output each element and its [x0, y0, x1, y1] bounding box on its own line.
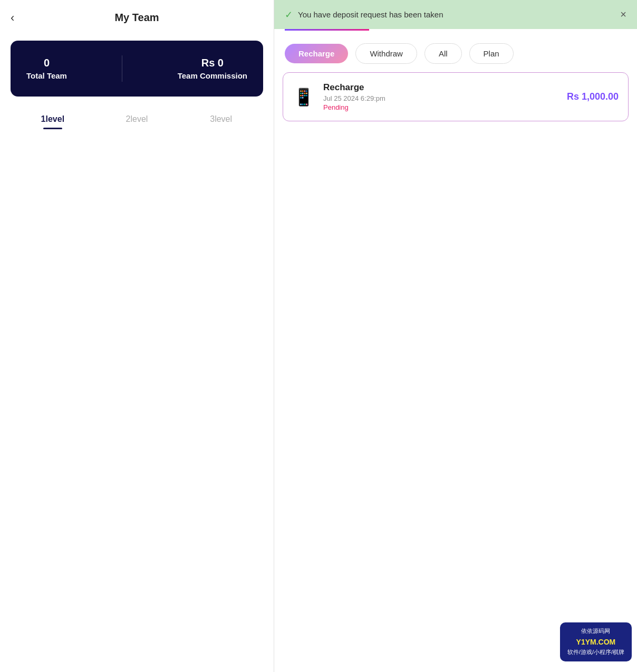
filter-tab-withdraw[interactable]: Withdraw: [355, 43, 417, 64]
right-panel: ✓ You have deposit request has been take…: [274, 0, 637, 672]
stat-divider: [122, 55, 122, 82]
filter-tab-all[interactable]: All: [424, 43, 462, 64]
team-commission-stat: Rs 0 Team Commission: [178, 57, 247, 80]
watermark-line3: 软件/游戏/小程序/棋牌: [567, 648, 624, 657]
tab-2level[interactable]: 2level: [95, 107, 179, 129]
watermark: 依依源码网 Y1YM.COM 软件/游戏/小程序/棋牌: [560, 622, 632, 661]
commission-value: Rs 0: [201, 57, 224, 69]
transaction-status: Pending: [323, 103, 558, 111]
transaction-list: 📱 Recharge Jul 25 2024 6:29:pm Pending R…: [274, 72, 637, 121]
toast-close-button[interactable]: ×: [620, 8, 626, 21]
back-button[interactable]: ‹: [11, 11, 14, 25]
total-team-stat: 0 Total Team: [26, 57, 67, 80]
filter-tab-recharge[interactable]: Recharge: [285, 44, 348, 63]
transaction-title: Recharge: [323, 82, 558, 93]
stats-card: 0 Total Team Rs 0 Team Commission: [11, 41, 263, 97]
watermark-line1: 依依源码网: [567, 627, 624, 636]
page-title: My Team: [11, 12, 263, 24]
phone-icon: 📱: [293, 86, 315, 108]
transaction-amount: Rs 1,000.00: [567, 91, 619, 102]
filter-tabs: Recharge Withdraw All Plan: [274, 33, 637, 72]
check-icon: ✓: [285, 9, 293, 21]
tab-1level[interactable]: 1level: [11, 107, 95, 129]
transaction-date: Jul 25 2024 6:29:pm: [323, 94, 558, 102]
table-row: 📱 Recharge Jul 25 2024 6:29:pm Pending R…: [283, 72, 629, 121]
tab-3level[interactable]: 3level: [179, 107, 263, 129]
transaction-info: Recharge Jul 25 2024 6:29:pm Pending: [323, 82, 558, 111]
commission-label: Team Commission: [178, 71, 247, 80]
total-team-label: Total Team: [26, 71, 67, 80]
toast-banner: ✓ You have deposit request has been take…: [274, 0, 637, 29]
total-team-value: 0: [44, 57, 50, 69]
level-tabs: 1level 2level 3level: [0, 107, 274, 129]
back-icon: ‹: [11, 11, 14, 24]
toast-underline: [285, 29, 369, 31]
watermark-site: Y1YM.COM: [567, 636, 624, 648]
left-panel: ‹ My Team 0 Total Team Rs 0 Team Commiss…: [0, 0, 274, 672]
left-header: ‹ My Team: [0, 0, 274, 35]
filter-tab-plan[interactable]: Plan: [469, 43, 514, 64]
toast-message: You have deposit request has been taken: [298, 10, 615, 19]
